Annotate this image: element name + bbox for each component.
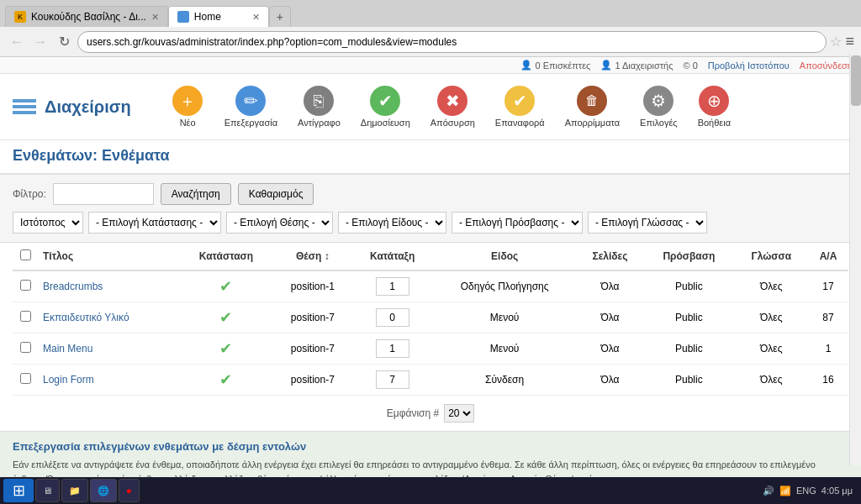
scroll-thumb[interactable] bbox=[851, 55, 861, 106]
status-icon-16: ✔ bbox=[219, 371, 232, 388]
row-position-16: position-7 bbox=[273, 365, 352, 396]
new-tab-button[interactable]: + bbox=[269, 6, 291, 27]
logout-link[interactable]: Αποσύνδεση bbox=[800, 60, 853, 71]
row-access-16: Public bbox=[643, 365, 734, 396]
filter-row2: Ιστότοπος - Επιλογή Κατάστασης - - Επιλο… bbox=[13, 212, 848, 234]
row-id-17: 17 bbox=[808, 270, 848, 302]
table-container: Τίτλος Κατάσταση Θέση ↕ Κατάταξη Είδος Σ… bbox=[0, 243, 861, 396]
row-checkbox-1[interactable] bbox=[20, 342, 31, 353]
restore-icon: ✔ bbox=[504, 86, 535, 116]
row-position-87: position-7 bbox=[273, 302, 352, 333]
toolbar-edit-button[interactable]: ✏ Επεξεργασία bbox=[218, 82, 284, 131]
site-select[interactable]: Ιστότοπος bbox=[13, 212, 83, 234]
help-icon: ⊕ bbox=[699, 86, 729, 116]
taskbar-item-4[interactable]: ● bbox=[119, 479, 140, 494]
taskbar-icon-1: 🖥 bbox=[43, 486, 52, 494]
trash-icon: 🗑 bbox=[577, 86, 607, 116]
toolbar-restore-button[interactable]: ✔ Επαναφορά bbox=[489, 82, 552, 131]
col-pages: Σελίδες bbox=[577, 243, 643, 270]
edit-label: Επεξεργασία bbox=[224, 118, 277, 128]
row-checkbox-17[interactable] bbox=[20, 280, 31, 291]
row-title-1[interactable]: Main Menu bbox=[43, 343, 92, 354]
access-select[interactable]: - Επιλογή Πρόσβασης - bbox=[452, 212, 583, 234]
order-input-17[interactable] bbox=[376, 277, 409, 296]
select-all-checkbox[interactable] bbox=[20, 249, 31, 260]
nav-bar: ← → ↻ ☆ ≡ bbox=[0, 27, 861, 57]
position-select[interactable]: - Επιλογή Θέσης - bbox=[226, 212, 333, 234]
toolbar-copy-button[interactable]: ⎘ Αντίγραφο bbox=[291, 82, 347, 131]
refresh-button[interactable]: ↻ bbox=[54, 32, 74, 52]
menu-button[interactable]: ≡ bbox=[845, 33, 854, 50]
order-input-1[interactable] bbox=[376, 339, 409, 358]
row-id-1: 1 bbox=[808, 333, 848, 365]
toolbar-options-button[interactable]: ⚙ Επιλογές bbox=[633, 82, 684, 131]
order-input-16[interactable] bbox=[376, 370, 409, 389]
col-language: Γλώσσα bbox=[735, 243, 809, 270]
scrollbar[interactable] bbox=[849, 54, 861, 465]
unpublish-icon: ✖ bbox=[437, 86, 467, 116]
modules-table: Τίτλος Κατάσταση Θέση ↕ Κατάταξη Είδος Σ… bbox=[13, 243, 848, 396]
visitors-count: 👤 0 Επισκέπτες bbox=[520, 60, 590, 71]
table-row: Breadcrumbs ✔ position-1 Οδηγός Πλοήγηση… bbox=[13, 270, 848, 302]
taskbar-item-3[interactable]: 🌐 bbox=[90, 479, 117, 494]
toolbar-new-button[interactable]: ＋ Νέο bbox=[165, 82, 211, 131]
tray-volume[interactable]: 🔊 bbox=[763, 486, 774, 495]
row-access-87: Public bbox=[643, 302, 734, 333]
new-label: Νέο bbox=[180, 118, 196, 128]
tray-network[interactable]: 📶 bbox=[779, 486, 791, 495]
status-icon-87: ✔ bbox=[219, 309, 232, 326]
row-type-87: Μενού bbox=[432, 302, 576, 333]
language-select[interactable]: - Επιλογή Γλώσσας - bbox=[588, 212, 707, 234]
row-type-17: Οδηγός Πλοήγησης bbox=[432, 270, 576, 302]
tab-active-2[interactable]: Home ✕ bbox=[168, 6, 269, 27]
toolbar-publish-button[interactable]: ✔ Δημοσίευση bbox=[354, 82, 417, 131]
row-checkbox-16[interactable] bbox=[20, 373, 31, 384]
browser-chrome: K Κουκούδης Βασίλης - Δι... ✕ Home ✕ + ←… bbox=[0, 0, 861, 57]
taskbar-item-1[interactable]: 🖥 bbox=[35, 479, 60, 494]
col-id: Α/Α bbox=[808, 243, 848, 270]
admin-logo: Διαχείριση bbox=[13, 97, 131, 117]
unpublish-label: Απόσυρση bbox=[430, 118, 475, 128]
filter-input[interactable] bbox=[53, 183, 154, 205]
pagination-select[interactable]: 20 bbox=[444, 404, 474, 423]
row-title-17[interactable]: Breadcrumbs bbox=[43, 281, 103, 292]
type-select[interactable]: - Επιλογή Είδους - bbox=[338, 212, 446, 234]
order-input-87[interactable] bbox=[376, 308, 409, 327]
col-position[interactable]: Θέση ↕ bbox=[273, 243, 352, 270]
row-title-87[interactable]: Εκπαιδευτικό Υλικό bbox=[43, 312, 129, 323]
help-label: Βοήθεια bbox=[698, 118, 731, 128]
pagination-row: Εμφάνιση # 20 bbox=[0, 396, 861, 431]
tab-inactive-1[interactable]: K Κουκούδης Βασίλης - Δι... ✕ bbox=[5, 6, 168, 27]
address-bar[interactable] bbox=[77, 31, 827, 53]
filter-bar: Φίλτρο: Αναζήτηση Καθαρισμός Ιστότοπος -… bbox=[0, 175, 861, 243]
toolbar-unpublish-button[interactable]: ✖ Απόσυρση bbox=[424, 82, 482, 131]
taskbar-item-2[interactable]: 📁 bbox=[61, 479, 88, 494]
toolbar-help-button[interactable]: ⊕ Βοήθεια bbox=[691, 82, 737, 131]
start-button[interactable]: ⊞ bbox=[3, 479, 34, 494]
tab-close-2[interactable]: ✕ bbox=[252, 12, 260, 23]
tab-close-1[interactable]: ✕ bbox=[151, 12, 159, 23]
filter-row1: Φίλτρο: Αναζήτηση Καθαρισμός bbox=[13, 183, 848, 205]
status-select[interactable]: - Επιλογή Κατάστασης - bbox=[88, 212, 221, 234]
admin-header: Διαχείριση ＋ Νέο ✏ Επεξεργασία ⎘ Αντίγρα… bbox=[0, 74, 861, 140]
toolbar-trash-button[interactable]: 🗑 Απορρίμματα bbox=[558, 82, 626, 131]
col-type: Είδος bbox=[432, 243, 576, 270]
tray-lang: ENG bbox=[796, 486, 816, 494]
toolbar: ＋ Νέο ✏ Επεξεργασία ⎘ Αντίγραφο ✔ Δημοσί… bbox=[165, 82, 737, 131]
back-button[interactable]: ← bbox=[7, 32, 27, 52]
table-row: Main Menu ✔ position-7 Μενού Όλα Public … bbox=[13, 333, 848, 365]
clear-button[interactable]: Καθαρισμός bbox=[238, 183, 314, 205]
row-checkbox-87[interactable] bbox=[20, 311, 31, 322]
bookmark-button[interactable]: ☆ bbox=[830, 34, 842, 50]
search-button[interactable]: Αναζήτηση bbox=[161, 183, 231, 205]
tab-favicon-2 bbox=[177, 11, 189, 23]
row-title-16[interactable]: Login Form bbox=[43, 374, 94, 386]
col-title: Τίτλος bbox=[38, 243, 179, 270]
table-row: Login Form ✔ position-7 Σύνδεση Όλα Publ… bbox=[13, 365, 848, 396]
row-language-1: Όλες bbox=[735, 333, 809, 365]
view-site-link[interactable]: Προβολή Ιστοτόπου bbox=[708, 60, 790, 71]
col-access: Πρόσβαση bbox=[643, 243, 734, 270]
copy-label: Αντίγραφο bbox=[298, 118, 341, 128]
forward-button[interactable]: → bbox=[30, 32, 50, 52]
main-content: Διαχείριση ＋ Νέο ✏ Επεξεργασία ⎘ Αντίγρα… bbox=[0, 74, 861, 494]
